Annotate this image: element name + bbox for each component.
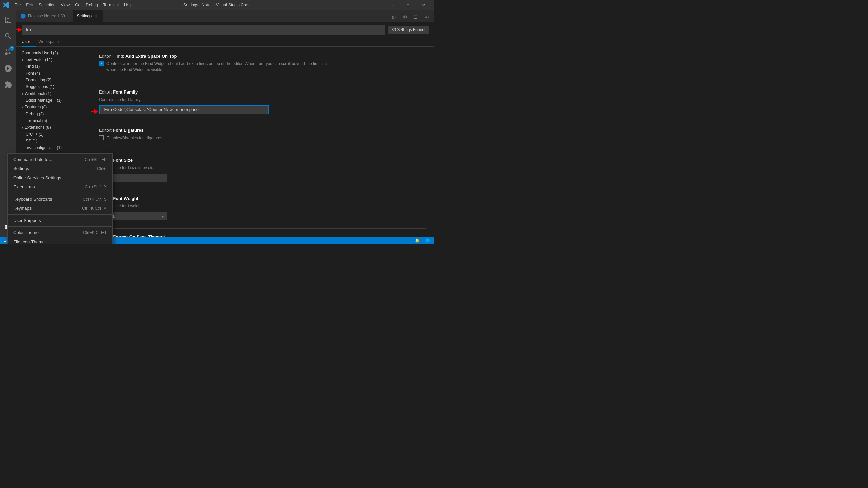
menu-command-palette-shortcut: Ctrl+Shift+P [85,157,107,162]
split-editor-button[interactable]: ⧉ [400,12,410,22]
tab-workspace[interactable]: Workspace [38,37,64,47]
maximize-button[interactable]: □ [400,0,416,10]
menu-color-theme-shortcut: Ctrl+K Ctrl+T [83,230,107,235]
setting-font-ligatures-row: Enables/Disables font ligatures. [99,135,426,144]
minimize-button[interactable]: ─ [384,0,400,10]
menu-edit[interactable]: Edit [23,1,36,9]
menu-debug[interactable]: Debug [83,1,100,9]
open-editors-button[interactable]: ▷ [389,12,399,22]
nav-debug[interactable]: Debug (3) [16,110,91,117]
menu-extensions[interactable]: Extensions Ctrl+Shift+X [8,182,112,191]
toggle-sidebar-button[interactable]: ☰ [411,12,420,22]
window-title: Settings - Notes - Visual Studio Code [183,3,251,7]
vscode-logo [3,2,9,8]
tab-actions: ▷ ⧉ ☰ ••• [389,12,434,22]
menu-file[interactable]: File [12,1,23,9]
context-menu[interactable]: Command Palette... Ctrl+Shift+P Settings… [7,153,113,244]
nav-java-config[interactable]: ava configurati... (1) [16,144,91,151]
nav-formatting[interactable]: Formatting (2) [16,77,91,83]
nav-cpp[interactable]: C/C++ (1) [16,131,91,138]
menu-settings[interactable]: Settings Ctrl+, [8,164,112,173]
setting-font-family-desc: Controls the font family. [99,97,426,103]
tab-bar: 🔵 Release Notes: 1.39.1 Settings × ▷ ⧉ ☰… [16,10,434,22]
font-family-input[interactable] [99,105,269,114]
menu-terminal[interactable]: Terminal [101,1,121,9]
setting-font-size-desc: Controls the font size in pixels. [99,165,426,171]
source-control-badge: 2 [9,46,14,51]
menu-online-services-settings[interactable]: Online Services Settings [8,173,112,182]
setting-font-ligatures-desc: Enables/Disables font ligatures. [106,135,163,141]
setting-font-ligatures-title: Editor: Font Ligatures [99,128,426,133]
title-bar: File Edit Selection View Go Debug Termin… [0,0,434,10]
add-extra-space-checkbox[interactable]: ✓ [99,61,104,66]
notifications-status[interactable]: 🔔 [414,238,421,243]
menu-command-palette[interactable]: Command Palette... Ctrl+Shift+P [8,155,112,164]
nav-find[interactable]: Find (1) [16,63,91,70]
setting-font-size-title: Editor: Font Size [99,158,426,163]
menu-keymaps[interactable]: Keymaps Ctrl+K Ctrl+M [8,204,112,213]
divider-2 [99,122,426,122]
nav-editor-manage[interactable]: Editor Manage... (1) [16,97,91,104]
setting-font-size: Editor: Font Size Controls the font size… [99,158,426,182]
more-actions-button[interactable]: ••• [422,12,431,22]
nav-font[interactable]: Font (4) [16,70,91,77]
nav-workbench[interactable]: ▾ Workbench (1) [16,90,91,97]
setting-add-extra-space: Editor › Find: Add Extra Space On Top ✓ … [99,54,426,76]
settings-panel: Editor › Find: Add Extra Space On Top ✓ … [91,47,434,237]
tab-user[interactable]: User [22,37,36,47]
tab-close-settings[interactable]: × [94,13,99,19]
nav-ss[interactable]: SS (1) [16,138,91,144]
menu-command-palette-label: Command Palette... [13,157,52,162]
tab-release-notes[interactable]: 🔵 Release Notes: 1.39.1 [16,10,73,22]
globe-icon: 🌐 [425,238,430,243]
globe-status[interactable]: 🌐 [424,238,431,243]
nav-features[interactable]: ▾ Features (8) [16,104,91,110]
menu-go[interactable]: Go [72,1,83,9]
setting-font-ligatures: Editor: Font Ligatures Enables/Disables … [99,128,426,144]
menu-bar: File Edit Selection View Go Debug Termin… [3,1,135,9]
menu-user-snippets[interactable]: User Snippets [8,216,112,225]
tab-settings[interactable]: Settings × [73,10,103,22]
divider-3 [99,152,426,152]
search-bar: 30 Settings Found [16,22,434,37]
menu-file-icon-theme-label: File Icon Theme [13,239,45,244]
close-button[interactable]: ✕ [416,0,431,10]
settings-count: 30 Settings Found [388,26,429,34]
menu-user-snippets-label: User Snippets [13,218,41,223]
window-controls: ─ □ ✕ [384,0,431,10]
menu-selection[interactable]: Selection [36,1,58,9]
menu-keyboard-shortcuts[interactable]: Keyboard Shortcuts Ctrl+K Ctrl+S [8,195,112,204]
divider-5 [99,228,426,229]
settings-tabs: User Workspace [16,37,434,47]
menu-color-theme[interactable]: Color Theme Ctrl+K Ctrl+T [8,228,112,237]
menu-view[interactable]: View [58,1,72,9]
activity-run[interactable] [0,60,16,77]
nav-commonly-used[interactable]: Commonly Used (2) [16,49,91,56]
setting-add-extra-space-row: ✓ Controls whether the Find Widget shoul… [99,61,426,76]
activity-source-control[interactable]: 2 [0,44,16,60]
activity-explorer[interactable] [0,12,16,28]
menu-section-3: User Snippets [8,214,112,226]
status-right: 🔔 🌐 [414,238,431,243]
nav-suggestions[interactable]: Suggestions (1) [16,83,91,90]
setting-font-weight-title: Editor: Font Weight [99,196,426,201]
menu-color-theme-label: Color Theme [13,230,39,235]
tab-settings-label: Settings [77,14,92,18]
font-ligatures-checkbox[interactable] [99,135,104,140]
activity-search[interactable] [0,28,16,44]
activity-extensions[interactable] [0,77,16,93]
menu-file-icon-theme[interactable]: File Icon Theme [8,237,112,244]
tab-release-notes-label: Release Notes: 1.39.1 [28,14,68,18]
menu-section-4: Color Theme Ctrl+K Ctrl+T File Icon Them… [8,226,112,244]
nav-extensions[interactable]: ▾ Extensions (8) [16,124,91,131]
settings-search-input[interactable] [22,25,385,35]
menu-section-1: Command Palette... Ctrl+Shift+P Settings… [8,154,112,193]
setting-add-extra-space-title: Editor › Find: Add Extra Space On Top [99,54,426,59]
menu-keymaps-label: Keymaps [13,206,32,211]
menu-extensions-label: Extensions [13,184,35,189]
nav-text-editor[interactable]: ▾ Text Editor (11) [16,56,91,63]
nav-terminal[interactable]: Terminal (5) [16,117,91,124]
menu-help[interactable]: Help [121,1,135,9]
setting-format-on-save-timeout-title: Editor: Format On Save Timeout [99,234,426,237]
menu-online-services-settings-label: Online Services Settings [13,175,61,180]
